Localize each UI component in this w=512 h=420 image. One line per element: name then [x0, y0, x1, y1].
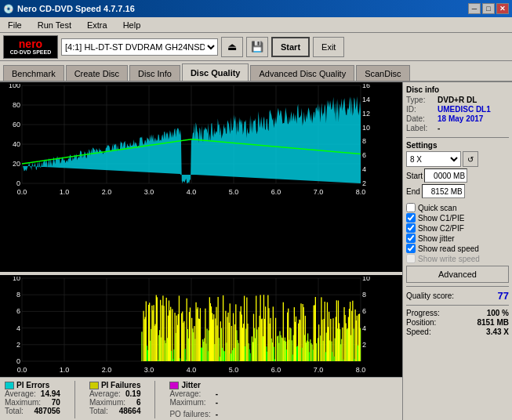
- quality-value: 77: [498, 290, 509, 302]
- eject-button[interactable]: ⏏: [221, 37, 243, 57]
- tab-bar: Benchmark Create Disc Disc Info Disc Qua…: [0, 61, 512, 82]
- side-panel: Disc info Type: DVD+R DL ID: UMEDISC DL1…: [402, 82, 512, 420]
- progress-label: Progress:: [406, 309, 440, 317]
- end-mb-input[interactable]: [422, 184, 465, 198]
- show-write-speed-checkbox[interactable]: [406, 254, 416, 263]
- advanced-button[interactable]: Advanced: [406, 266, 509, 283]
- save-button[interactable]: 💾: [246, 37, 268, 57]
- date-label: Date:: [406, 114, 434, 123]
- settings-refresh-button[interactable]: ↺: [463, 151, 478, 167]
- disc-label-value: -: [438, 124, 440, 132]
- pi-errors-max-label: Maximum:: [5, 398, 41, 407]
- disc-info-title: Disc info: [406, 85, 509, 94]
- tab-disc-info[interactable]: Disc Info: [129, 65, 180, 81]
- tab-advanced-disc-quality[interactable]: Advanced Disc Quality: [250, 65, 354, 81]
- menu-file[interactable]: File: [3, 19, 27, 31]
- minimize-button[interactable]: ─: [468, 3, 481, 14]
- end-mb-label: End: [406, 187, 420, 196]
- exit-button[interactable]: Exit: [313, 37, 344, 57]
- show-c2pif-label: Show C2/PIF: [418, 224, 464, 233]
- date-value: 18 May 2017: [438, 114, 483, 123]
- close-button[interactable]: ✕: [496, 3, 509, 14]
- legend-jitter: Jitter Average: - Maximum: - PO failures…: [169, 381, 218, 418]
- legend-pi-errors: PI Errors Average: 14.94 Maximum: 70 Tot…: [5, 381, 60, 418]
- start-button[interactable]: Start: [271, 37, 310, 57]
- progress-value: 100 %: [487, 309, 509, 317]
- pi-errors-label: PI Errors: [16, 381, 49, 389]
- tab-benchmark[interactable]: Benchmark: [3, 65, 64, 81]
- legend-area: PI Errors Average: 14.94 Maximum: 70 Tot…: [0, 377, 402, 420]
- menu-run-test[interactable]: Run Test: [33, 19, 76, 31]
- nero-logo: nero CD·DVD SPEED: [3, 35, 58, 59]
- type-label: Type:: [406, 96, 434, 104]
- progress-section: Progress: 100 % Position: 8151 MB Speed:…: [406, 309, 509, 336]
- settings-title: Settings: [406, 141, 509, 150]
- app-title: Nero CD-DVD Speed 4.7.7.16: [17, 4, 135, 13]
- quality-label: Quality score:: [406, 291, 454, 300]
- jitter-label: Jitter: [181, 381, 200, 389]
- drive-select[interactable]: [4:1] HL-DT-ST DVDRAM GH24NSD0 LH00: [61, 38, 218, 56]
- show-c2pif-checkbox[interactable]: [406, 223, 416, 233]
- show-read-speed-checkbox[interactable]: [406, 244, 416, 253]
- pi-errors-total-value: 487056: [34, 407, 60, 415]
- show-write-speed-label: Show write speed: [418, 255, 480, 263]
- menu-help[interactable]: Help: [118, 19, 146, 31]
- menu-bar: File Run Test Extra Help: [0, 17, 512, 33]
- main-content: PI Errors Average: 14.94 Maximum: 70 Tot…: [0, 82, 512, 420]
- tab-disc-quality[interactable]: Disc Quality: [182, 63, 249, 81]
- jitter-color: [169, 382, 179, 389]
- menu-extra[interactable]: Extra: [82, 19, 112, 31]
- pi-errors-max-value: 70: [52, 398, 60, 407]
- type-value: DVD+R DL: [438, 96, 477, 104]
- toolbar: nero CD·DVD SPEED [4:1] HL-DT-ST DVDRAM …: [0, 33, 512, 61]
- pi-failures-label: PI Failures: [101, 381, 141, 389]
- show-c2pif-row: Show C2/PIF: [406, 223, 509, 233]
- pi-errors-total-label: Total:: [5, 407, 24, 415]
- tab-create-disc[interactable]: Create Disc: [66, 65, 128, 81]
- speed-label: Speed:: [406, 328, 431, 336]
- show-write-speed-row: Show write speed: [406, 254, 509, 263]
- show-c1pie-label: Show C1/PIE: [418, 214, 464, 223]
- id-label: ID:: [406, 105, 434, 114]
- quality-row: Quality score: 77: [406, 290, 509, 302]
- start-mb-label: Start: [406, 172, 423, 180]
- show-jitter-label: Show jitter: [418, 234, 455, 243]
- legend-pi-failures: PI Failures Average: 0.19 Maximum: 6 Tot…: [89, 381, 141, 418]
- show-c1pie-checkbox[interactable]: [406, 213, 416, 223]
- disc-label-label: Label:: [406, 124, 434, 132]
- show-read-speed-label: Show read speed: [418, 244, 479, 253]
- id-value: UMEDISC DL1: [438, 105, 491, 114]
- settings-section: Settings 8 X ↺ Start End: [406, 141, 509, 198]
- quick-scan-checkbox[interactable]: [406, 203, 416, 212]
- show-c1pie-row: Show C1/PIE: [406, 213, 509, 223]
- quick-scan-row: Quick scan: [406, 203, 509, 212]
- speed-select[interactable]: 8 X: [406, 151, 461, 167]
- show-jitter-row: Show jitter: [406, 234, 509, 243]
- pi-errors-avg-label: Average:: [5, 389, 36, 398]
- tab-scandisc[interactable]: ScanDisc: [356, 65, 409, 81]
- pi-failures-color: [89, 382, 99, 389]
- show-jitter-checkbox[interactable]: [406, 234, 416, 243]
- position-label: Position:: [406, 318, 436, 327]
- app-icon: 💿: [3, 4, 14, 14]
- pi-errors-avg-value: 14.94: [41, 389, 60, 398]
- quick-scan-label: Quick scan: [418, 204, 456, 212]
- title-bar: 💿 Nero CD-DVD Speed 4.7.7.16 ─ □ ✕: [0, 0, 512, 17]
- position-value: 8151 MB: [477, 318, 509, 327]
- maximize-button[interactable]: □: [482, 3, 495, 14]
- pi-errors-color: [5, 382, 14, 389]
- speed-value: 3.43 X: [486, 328, 509, 336]
- disc-info-section: Disc info Type: DVD+R DL ID: UMEDISC DL1…: [406, 85, 509, 132]
- show-read-speed-row: Show read speed: [406, 244, 509, 253]
- start-mb-input[interactable]: [424, 168, 467, 183]
